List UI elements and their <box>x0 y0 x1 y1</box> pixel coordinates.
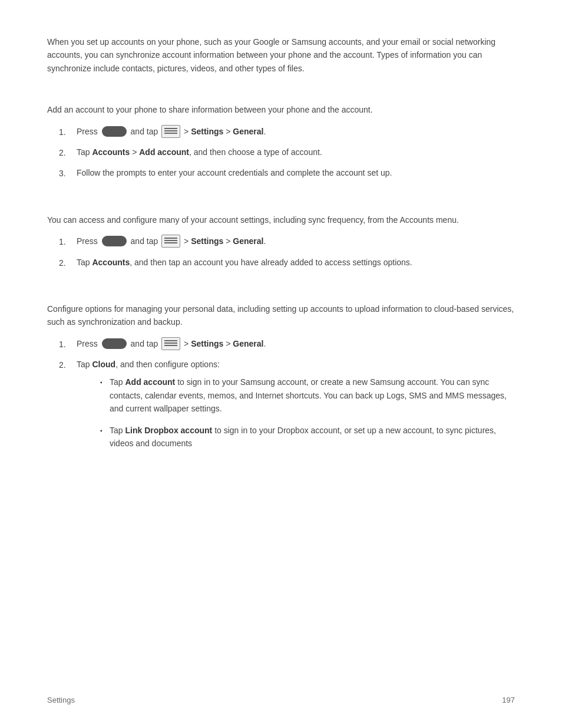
page-footer: Settings 197 <box>47 696 515 704</box>
step-number: 2. <box>59 358 77 371</box>
intro-paragraph: When you set up accounts on your phone, … <box>47 35 515 75</box>
menu-icon <box>161 235 180 248</box>
footer-page-number: 197 <box>502 696 515 704</box>
section-cloud: Configure options for managing your pers… <box>47 302 515 459</box>
section-access-accounts: You can access and configure many of you… <box>47 213 515 269</box>
section-add-account: Add an account to your phone to share in… <box>47 103 515 180</box>
step-2-2: 2. Tap Accounts, and then tap an account… <box>59 256 515 269</box>
settings-path: > Settings > General. <box>184 127 266 136</box>
settings-path: > Settings > General. <box>184 339 266 348</box>
page-container: When you set up accounts on your phone, … <box>0 0 562 515</box>
bullet-marker: ▪ <box>100 426 110 436</box>
step-number: 2. <box>59 146 77 159</box>
step-content: Follow the prompts to enter your account… <box>77 166 515 179</box>
step-1-1: 1. Press and tap > Settings > General. <box>59 125 515 139</box>
press-label: Press <box>77 127 100 136</box>
home-button-icon <box>102 338 127 349</box>
step-content: Tap Accounts, and then tap an account yo… <box>77 256 515 269</box>
bullet-marker: ▪ <box>100 378 110 387</box>
step-number: 1. <box>59 125 77 139</box>
step-2-1: 1. Press and tap > Settings > General. <box>59 235 515 248</box>
step-1-3: 3. Follow the prompts to enter your acco… <box>59 166 515 180</box>
menu-icon <box>161 125 180 138</box>
settings-path: > Settings > General. <box>184 236 266 246</box>
home-button-icon <box>102 236 127 246</box>
section1-intro: Add an account to your phone to share in… <box>47 103 515 116</box>
cloud-bullet-list: ▪ Tap Add account to sign in to your Sam… <box>100 375 515 450</box>
step-content: Tap Cloud, and then configure options: ▪… <box>77 358 515 458</box>
footer-section-label: Settings <box>47 696 75 704</box>
bullet-content: Tap Link Dropbox account to sign in to y… <box>110 424 515 450</box>
bullet-content: Tap Add account to sign in to your Samsu… <box>110 375 515 415</box>
step-3-1: 1. Press and tap > Settings > General. <box>59 337 515 351</box>
step-content: Press and tap > Settings > General. <box>77 235 515 248</box>
step-number: 1. <box>59 337 77 351</box>
step-3-2: 2. Tap Cloud, and then configure options… <box>59 358 515 458</box>
step-number: 2. <box>59 256 77 269</box>
section3-steps: 1. Press and tap > Settings > General. 2… <box>59 337 515 459</box>
and-tap-label: and tap <box>131 236 161 246</box>
menu-icon <box>161 337 180 350</box>
section2-steps: 1. Press and tap > Settings > General. 2… <box>59 235 515 269</box>
section2-intro: You can access and configure many of you… <box>47 213 515 226</box>
step-1-2: 2. Tap Accounts > Add account, and then … <box>59 146 515 159</box>
section1-steps: 1. Press and tap > Settings > General. 2… <box>59 125 515 180</box>
step-content: Press and tap > Settings > General. <box>77 337 515 351</box>
press-label: Press <box>77 236 100 246</box>
and-tap-label: and tap <box>131 339 161 348</box>
step-content: Tap Accounts > Add account, and then cho… <box>77 146 515 159</box>
and-tap-label: and tap <box>131 127 161 136</box>
step-number: 1. <box>59 235 77 248</box>
press-label: Press <box>77 339 100 348</box>
step-number: 3. <box>59 166 77 180</box>
home-button-icon <box>102 126 127 137</box>
section3-intro: Configure options for managing your pers… <box>47 302 515 329</box>
step-content: Press and tap > Settings > General. <box>77 125 515 139</box>
bullet-add-account: ▪ Tap Add account to sign in to your Sam… <box>100 375 515 415</box>
bullet-link-dropbox: ▪ Tap Link Dropbox account to sign in to… <box>100 424 515 450</box>
